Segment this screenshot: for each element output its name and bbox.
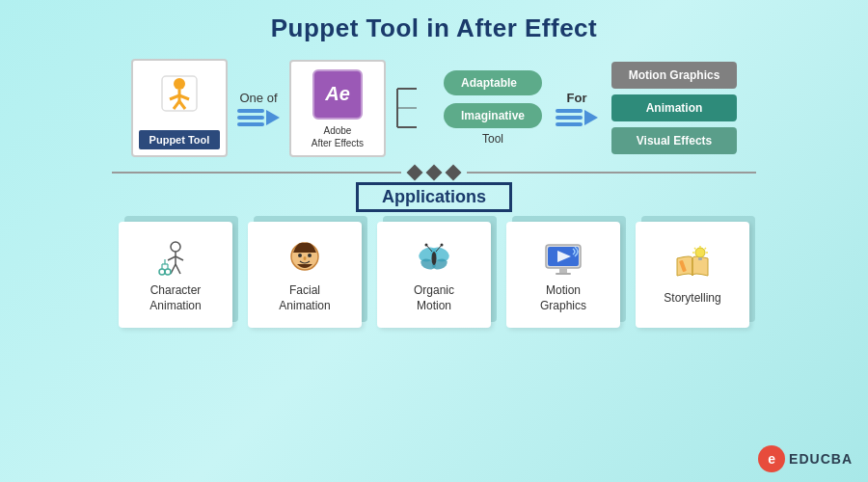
svg-line-14 [176,256,183,260]
svg-rect-43 [698,257,702,260]
card-storytelling: Storytelling [636,222,749,328]
tool-items: Adaptable Imaginative [444,70,542,128]
diamond-icon [407,165,423,181]
puppet-icon [154,68,204,124]
svg-line-13 [168,256,176,260]
puppet-label: Puppet Tool [139,130,220,149]
svg-line-15 [171,264,176,274]
ae-box: Ae AdobeAfter Effects [289,60,386,157]
storytelling-icon [671,245,714,287]
tool-section: Adaptable Imaginative Tool [444,70,542,146]
tool-label: Tool [482,132,503,146]
puppet-tool-box: Puppet Tool [131,59,228,157]
svg-line-6 [179,101,185,109]
motion-graphics-icon [542,237,584,280]
divider-line-left [112,172,401,174]
applications-label: Applications [356,182,512,212]
arrow-for [556,109,598,126]
svg-point-31 [432,252,437,265]
arrow-one-of [237,109,280,126]
result-animation: Animation [611,94,737,121]
svg-rect-39 [556,273,571,275]
result-visual-effects: Visual Effects [611,127,737,154]
svg-point-24 [298,254,302,257]
divider-line-right [467,172,756,174]
ae-label: AdobeAfter Effects [312,124,364,149]
educba-text: EDUCBA [789,451,853,467]
svg-point-18 [165,269,171,275]
tool-pill-imaginative: Imaginative [444,103,542,128]
character-animation-icon [154,237,197,280]
result-motion-graphics: Motion Graphics [611,62,737,89]
card-character-animation: CharacterAnimation [119,222,232,328]
one-of-label: One of [239,91,277,105]
svg-rect-38 [559,268,567,273]
svg-point-25 [308,254,312,257]
facial-animation-icon [284,237,326,280]
svg-line-16 [176,264,180,274]
educba-logo: e EDUCBA [758,445,853,472]
educba-icon: e [758,445,785,472]
motion-graphics-label: MotionGraphics [540,283,586,313]
tool-pill-adaptable: Adaptable [444,70,542,95]
page-title: Puppet Tool in After Effect [0,0,868,53]
facial-animation-label: FacialAnimation [279,283,330,313]
svg-point-26 [304,256,307,260]
svg-line-45 [705,248,707,250]
svg-point-11 [171,242,180,252]
svg-point-1 [174,78,185,90]
svg-point-33 [425,244,428,247]
character-animation-label: CharacterAnimation [149,283,201,313]
card-motion-graphics: MotionGraphics [506,222,620,328]
cards-row: CharacterAnimation FacialAnimation [0,222,868,328]
results-col: Motion Graphics Animation Visual Effects [611,62,737,154]
ae-icon: Ae [312,69,363,120]
for-label: For [567,91,587,105]
organic-motion-icon [413,237,455,280]
storytelling-label: Storytelling [664,291,720,307]
card-organic-motion: OrganicMotion [377,222,491,328]
diamond-icon-2 [426,165,443,181]
diamond-icon-3 [446,165,462,181]
svg-point-35 [441,244,444,247]
svg-point-42 [695,248,705,257]
fork-connector [395,69,434,147]
organic-motion-label: OrganicMotion [414,283,454,313]
svg-point-17 [159,269,165,275]
ae-short: Ae [325,83,350,105]
svg-line-47 [694,248,696,250]
applications-wrapper: Applications [0,182,868,212]
card-facial-animation: FacialAnimation [248,222,362,328]
divider [0,167,868,178]
diagram-row: Puppet Tool One of Ae AdobeAfter Effects… [0,53,868,157]
